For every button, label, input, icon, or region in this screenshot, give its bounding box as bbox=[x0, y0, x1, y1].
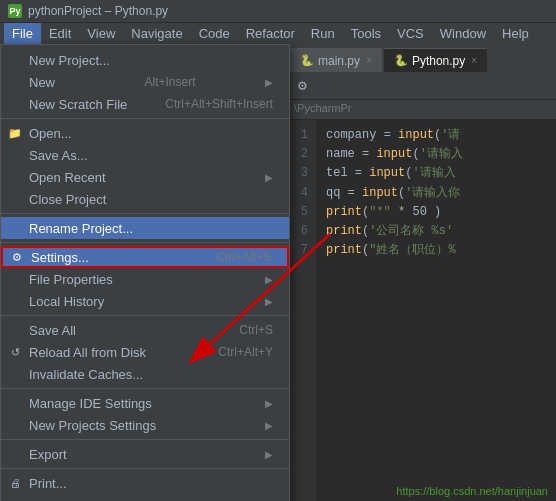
menu-entry-label: File Properties bbox=[29, 272, 113, 287]
menu-entry-print[interactable]: 🖨 Print... bbox=[1, 472, 289, 494]
file-dropdown-menu: New Project... New Alt+Insert ▶ New Scra… bbox=[0, 44, 290, 501]
menu-file[interactable]: File bbox=[4, 23, 41, 45]
line-number: 2 bbox=[294, 145, 308, 164]
python-file-icon: 🐍 bbox=[300, 54, 314, 67]
menu-window[interactable]: Window bbox=[432, 23, 494, 45]
editor-area: 🐍 main.py × 🐍 Python.py × ⚙ \PycharmPr 1… bbox=[286, 44, 556, 501]
menu-vcs[interactable]: VCS bbox=[389, 23, 432, 45]
breadcrumb: \PycharmPr bbox=[286, 100, 556, 120]
menu-entry-label: Export bbox=[29, 447, 67, 462]
tab-python-py[interactable]: 🐍 Python.py × bbox=[384, 48, 487, 72]
menu-entry-save-all[interactable]: Save All Ctrl+S bbox=[1, 319, 289, 341]
separator-1 bbox=[1, 118, 289, 119]
submenu-arrow-icon: ▶ bbox=[265, 449, 273, 460]
submenu-arrow-icon: ▶ bbox=[265, 77, 273, 88]
code-area[interactable]: 1 2 3 4 5 6 7 company = input('请 name = … bbox=[286, 120, 556, 501]
separator-7 bbox=[1, 468, 289, 469]
menu-entry-label: New Projects Settings bbox=[29, 418, 156, 433]
submenu-arrow-icon: ▶ bbox=[265, 274, 273, 285]
menu-entry-label: New Scratch File bbox=[29, 97, 127, 112]
menu-entry-label: Local History bbox=[29, 294, 104, 309]
menu-shortcut: Ctrl+Alt+Shift+Insert bbox=[165, 97, 273, 111]
menu-tools[interactable]: Tools bbox=[343, 23, 389, 45]
submenu-arrow-icon: ▶ bbox=[265, 296, 273, 307]
menu-entry-close-project[interactable]: Close Project bbox=[1, 188, 289, 210]
menu-entry-label: Save All bbox=[29, 323, 76, 338]
menu-entry-file-properties[interactable]: File Properties ▶ bbox=[1, 268, 289, 290]
menu-entry-reload[interactable]: ↺ Reload All from Disk Ctrl+Alt+Y bbox=[1, 341, 289, 363]
line-number: 7 bbox=[294, 241, 308, 260]
main-area: New Project... New Alt+Insert ▶ New Scra… bbox=[0, 44, 556, 501]
line-numbers: 1 2 3 4 5 6 7 bbox=[286, 120, 316, 501]
tab-label: main.py bbox=[318, 54, 360, 68]
code-line-5: print("*" * 50 ) bbox=[326, 203, 546, 222]
line-number: 4 bbox=[294, 184, 308, 203]
menu-entry-rename-project[interactable]: Rename Project... bbox=[1, 217, 289, 239]
python-file-icon: 🐍 bbox=[394, 54, 408, 67]
menu-navigate[interactable]: Navigate bbox=[123, 23, 190, 45]
menu-entry-new[interactable]: New Alt+Insert ▶ bbox=[1, 71, 289, 93]
menu-entry-label: Manage IDE Settings bbox=[29, 396, 152, 411]
menu-bar: File Edit View Navigate Code Refactor Ru… bbox=[0, 22, 556, 44]
tab-close-icon[interactable]: × bbox=[366, 55, 372, 66]
folder-icon: 📁 bbox=[7, 125, 23, 141]
line-number: 5 bbox=[294, 203, 308, 222]
editor-tabs: 🐍 main.py × 🐍 Python.py × bbox=[286, 44, 556, 72]
menu-edit[interactable]: Edit bbox=[41, 23, 79, 45]
editor-toolbar: ⚙ bbox=[286, 72, 556, 100]
menu-entry-label: Close Project bbox=[29, 192, 106, 207]
menu-shortcut: Ctrl+Alt+S bbox=[216, 250, 271, 264]
menu-entry-invalidate[interactable]: Invalidate Caches... bbox=[1, 363, 289, 385]
menu-entry-label: Invalidate Caches... bbox=[29, 367, 143, 382]
menu-run[interactable]: Run bbox=[303, 23, 343, 45]
code-line-6: print('公司名称 %s' bbox=[326, 222, 546, 241]
bottom-url: https://blog.csdn.net/hanjinjuan bbox=[396, 485, 548, 497]
tab-main-py[interactable]: 🐍 main.py × bbox=[290, 48, 382, 72]
menu-entry-open-recent[interactable]: Open Recent ▶ bbox=[1, 166, 289, 188]
menu-entry-add-favorites[interactable]: Add to Favorites bbox=[1, 494, 289, 501]
line-number: 1 bbox=[294, 126, 308, 145]
menu-help[interactable]: Help bbox=[494, 23, 537, 45]
menu-entry-new-project[interactable]: New Project... bbox=[1, 49, 289, 71]
settings-icon: ⚙ bbox=[9, 249, 25, 265]
submenu-arrow-icon: ▶ bbox=[265, 398, 273, 409]
title-bar: Py pythonProject – Python.py bbox=[0, 0, 556, 22]
tab-close-icon[interactable]: × bbox=[471, 55, 477, 66]
menu-shortcut: Alt+Insert bbox=[144, 75, 195, 89]
menu-entry-label: Save As... bbox=[29, 148, 88, 163]
code-line-1: company = input('请 bbox=[326, 126, 546, 145]
menu-entry-label: New bbox=[29, 75, 55, 90]
code-line-4: qq = input('请输入你 bbox=[326, 184, 546, 203]
separator-2 bbox=[1, 213, 289, 214]
code-content[interactable]: company = input('请 name = input('请输入 tel… bbox=[316, 120, 556, 501]
menu-entry-open[interactable]: 📁 Open... bbox=[1, 122, 289, 144]
breadcrumb-text: \PycharmPr bbox=[294, 102, 351, 114]
menu-entry-label: Add to Favorites bbox=[29, 498, 124, 502]
menu-entry-save-as[interactable]: Save As... bbox=[1, 144, 289, 166]
line-number: 3 bbox=[294, 164, 308, 183]
menu-entry-label: Open Recent bbox=[29, 170, 106, 185]
menu-shortcut: Ctrl+Alt+Y bbox=[218, 345, 273, 359]
menu-refactor[interactable]: Refactor bbox=[238, 23, 303, 45]
gear-toolbar-icon[interactable]: ⚙ bbox=[292, 76, 312, 96]
menu-entry-manage-ide[interactable]: Manage IDE Settings ▶ bbox=[1, 392, 289, 414]
app-icon: Py bbox=[8, 4, 22, 18]
separator-4 bbox=[1, 315, 289, 316]
code-line-7: print("姓名（职位）% bbox=[326, 241, 546, 260]
menu-view[interactable]: View bbox=[79, 23, 123, 45]
menu-entry-settings[interactable]: ⚙ Settings... Ctrl+Alt+S bbox=[1, 246, 289, 268]
menu-entry-label: Reload All from Disk bbox=[29, 345, 146, 360]
menu-shortcut: Ctrl+S bbox=[239, 323, 273, 337]
menu-entry-label: Open... bbox=[29, 126, 72, 141]
menu-entry-label: Print... bbox=[29, 476, 67, 491]
menu-code[interactable]: Code bbox=[191, 23, 238, 45]
menu-entry-export[interactable]: Export ▶ bbox=[1, 443, 289, 465]
menu-entry-new-scratch[interactable]: New Scratch File Ctrl+Alt+Shift+Insert bbox=[1, 93, 289, 115]
submenu-arrow-icon: ▶ bbox=[265, 420, 273, 431]
print-icon: 🖨 bbox=[7, 475, 23, 491]
menu-entry-label: New Project... bbox=[29, 53, 110, 68]
tab-label: Python.py bbox=[412, 54, 465, 68]
menu-entry-local-history[interactable]: Local History ▶ bbox=[1, 290, 289, 312]
separator-6 bbox=[1, 439, 289, 440]
menu-entry-new-projects-settings[interactable]: New Projects Settings ▶ bbox=[1, 414, 289, 436]
